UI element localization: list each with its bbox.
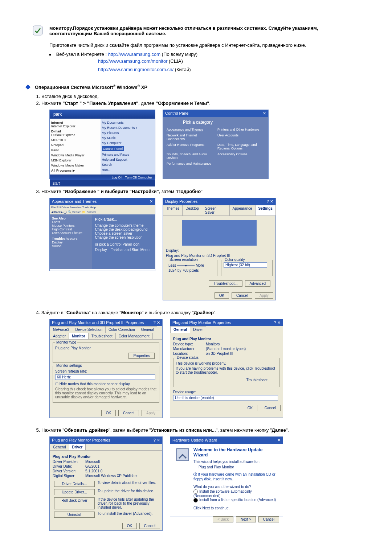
sm-wmm: Windows Movie Maker [51, 163, 99, 168]
apply-button: Apply [255, 292, 273, 299]
cancel-button: Cancel [258, 516, 279, 522]
pnp-manufacturer: (Standard monitor types) [206, 347, 280, 351]
sm-run: Run... [102, 167, 154, 172]
at-task4: Change the screen resolution [95, 235, 152, 239]
cancel-button: Cancel [260, 405, 281, 411]
cp-network: Network and Internet Connections [167, 134, 214, 141]
step-4: Зайдите в "Свойства" на закладке "Монито… [41, 310, 359, 315]
p3-refresh-val: 60 Hertz [55, 374, 155, 380]
dp-qual-label: Color quality [224, 258, 246, 262]
pnp-status-label: Device status [176, 356, 200, 360]
wiz-cd-note: If your hardware came with an installati… [193, 472, 275, 481]
sm-notepad: Notepad [51, 143, 99, 148]
tab-troubleshoot: Troubleshoot [88, 333, 116, 339]
sm-paint: Paint [51, 148, 99, 153]
note-icon [33, 25, 49, 37]
tab-general: General [138, 326, 158, 333]
pnp-location: on 3D Prophet III [206, 352, 280, 356]
fig-pnp-3dprophet: Plug and Play Monitor and 3D Prophet III… [49, 319, 163, 418]
at-pick-task: Pick a task... [95, 217, 117, 221]
at-task3: Choose a screen saver [95, 231, 152, 235]
pnp-status-text: This device is working properly. [176, 361, 277, 365]
ok-button: OK [215, 292, 229, 299]
start-user: park [50, 110, 155, 119]
close-icon: ? ✕ [267, 199, 273, 204]
os-section-title: Операционная Система Microsoft® Windows®… [35, 84, 147, 90]
at-icon-display: Display [95, 248, 107, 252]
sm-turnoff: Turn Off Computer [125, 176, 152, 179]
at-or-pick: or pick a Control Panel icon [95, 242, 152, 246]
dp-display-label: Display: [166, 249, 179, 253]
tab-general: General [170, 326, 190, 333]
pnp-troubleshoot-button: Troubleshoot... [242, 377, 275, 383]
dp-display-val: Plug and Play Monitor on 3D Prophet III [166, 254, 273, 258]
dp-troubleshoot-button: Troubleshoot... [209, 280, 242, 287]
pnp-name: Plug and Play Monitor [173, 337, 211, 341]
sm-msn: MSN Explorer [51, 158, 99, 163]
sm-help: Help and Support [102, 157, 154, 162]
step-3: Нажмите "Изображение " и выберите "Настр… [41, 189, 359, 194]
tab-monitor: Monitor [69, 333, 89, 339]
ok-button: OK [243, 405, 257, 411]
wiz-opt-auto: Install the software automatically (Reco… [193, 489, 252, 498]
wiz-welcome: Welcome to the Hardware Update Wizard [193, 447, 278, 457]
apply-button: Apply [142, 410, 160, 416]
cancel-button: Cancel [232, 292, 252, 299]
link-usa[interactable]: http://www.samsung.com/monitor [98, 58, 167, 64]
pnp-devtype: Monitors [206, 342, 280, 346]
cp-users: User Accounts [217, 134, 265, 141]
sm-mycomp: My Computer [102, 140, 154, 145]
close-icon: ? ✕ [154, 438, 160, 443]
wiz-opt-list: Install from a list or specific location… [199, 498, 276, 502]
sm-allprograms: All Programs [51, 169, 72, 172]
sm-email: E-mail [51, 130, 61, 133]
sm-mcp: MCP 10.0 [51, 138, 99, 143]
back-button: < Back [213, 516, 233, 522]
close-icon: ✕ [263, 111, 266, 116]
link-china[interactable]: http://www.samsungmonitor.com.cn/ [98, 67, 173, 72]
sm-mypics: My Pictures [102, 130, 154, 135]
pd-date: 6/6/2001 [85, 464, 159, 468]
taskbar-start: start [50, 180, 155, 186]
at-task1: Change the computer's theme [95, 223, 152, 227]
cancel-button: Cancel [139, 523, 160, 529]
link-world[interactable]: http://www.samsung.com [108, 52, 161, 57]
sm-controlpanel: Control Panel [102, 146, 124, 151]
p3-mtype: Monitor type [55, 340, 77, 344]
fig-display-properties: Display Properties? ✕ Themes Desktop Scr… [163, 198, 276, 300]
p3-mtype-val: Plug and Play Monitor [55, 346, 157, 350]
p3-mset: Monitor settings [55, 364, 83, 368]
pd-update-button: Update Driver... [54, 489, 95, 495]
wiz-helps: This wizard helps you install software f… [193, 460, 278, 464]
pd-name: Plug and Play Monitor [53, 455, 91, 459]
tab-colormgmt: Color Management [115, 333, 153, 339]
cp-pick-category: Pick a category [163, 117, 268, 126]
fig-start-menu: park InternetInternet Explorer E-mailOut… [49, 110, 155, 179]
pd-uninstall-button: Uninstall [54, 512, 95, 518]
close-icon: ? ✕ [274, 320, 281, 325]
dp-advanced-button: Advanced [245, 280, 270, 287]
wiz-continue: Click Next to continue. [193, 506, 278, 510]
tab-geforce3: GeForce3 [50, 326, 72, 333]
tab-driver: Driver [190, 326, 206, 333]
cp-perf: Performance and Maintenance [167, 162, 214, 165]
dp-qual-val: Highest (32 bit) [224, 262, 267, 268]
sm-printers: Printers and Faxes [102, 152, 154, 157]
fig-appearance-themes: Appearance and Themes✕ File Edit View Fa… [49, 198, 155, 271]
tab-settings: Settings [255, 205, 276, 216]
at-title: Appearance and Themes [52, 199, 97, 204]
pd-provider: Microsoft [85, 460, 159, 464]
ok-button: OK [122, 523, 137, 529]
at-task2: Change the desktop background [95, 227, 152, 231]
pd-title: Plug and Play Monitor Properties [52, 438, 110, 443]
close-icon: ? ✕ [154, 320, 160, 325]
dp-title: Display Properties [165, 199, 197, 204]
cp-appearance: Appearance and Themes [167, 128, 214, 131]
wiz-question: What do you want the wizard to do? [193, 485, 278, 489]
link-world-note: (По всему миру) [162, 52, 197, 57]
p3-refresh-label: Screen refresh rate: [55, 369, 157, 373]
sm-mydocs: My Documents [102, 120, 154, 125]
tab-adapter: Adapter [50, 333, 69, 339]
tab-general: General [50, 444, 69, 450]
sm-search: Search [102, 162, 154, 167]
